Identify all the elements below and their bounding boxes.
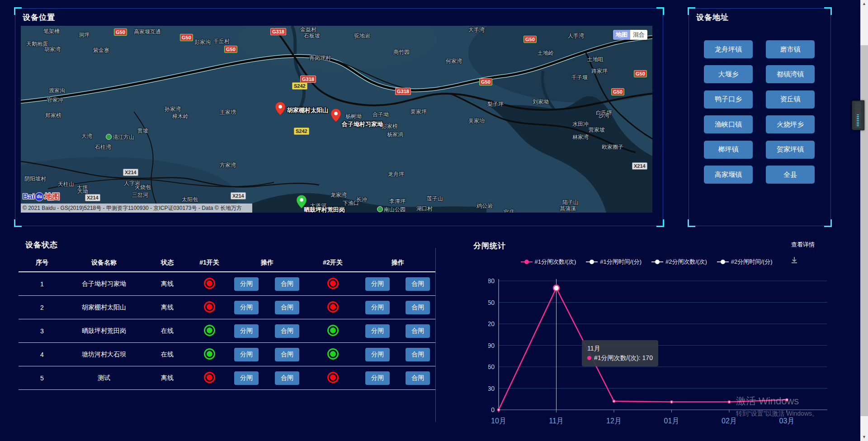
device-status-section: 设备状态 序号设备名称状态#1开关操作#2开关操作 1合子坳村习家坳离线分闸合闸… (15, 235, 435, 434)
emphasis-data-point (553, 285, 559, 291)
cell-close2: 合闸 (397, 348, 438, 361)
map-label: 火烧包 (135, 184, 151, 191)
legend-line (717, 261, 729, 262)
x-axis-label: 10月 (491, 417, 506, 425)
close-switch1-button[interactable]: 合闸 (275, 348, 299, 361)
side-utility-widget[interactable] (852, 100, 864, 130)
open-switch2-button[interactable]: 分闸 (365, 324, 390, 338)
legend-item[interactable]: #1分闸次数/(次) (521, 258, 576, 266)
device-pin-label: 胡家棚村太阳山 (287, 106, 328, 114)
map-label: 方家湾 (220, 161, 236, 169)
address-button[interactable]: 贺家坪镇 (766, 141, 815, 159)
close-switch2-button[interactable]: 合闸 (406, 371, 430, 385)
open-switch1-button[interactable]: 分闸 (234, 371, 259, 385)
address-button[interactable]: 渔峡口镇 (704, 115, 753, 133)
cell-close2: 合闸 (397, 324, 438, 338)
open-switch2-button[interactable]: 分闸 (365, 301, 390, 314)
device-status-table: 序号设备名称状态#1开关操作#2开关操作 1合子坳村习家坳离线分闸合闸分闸合闸2… (19, 254, 435, 390)
watermark-line2: 转到“设置”以激活 Windows。 (736, 410, 818, 418)
cell-open2: 分闸 (358, 348, 397, 361)
map-label: 刘家坳 (533, 98, 549, 106)
map-label: 渡家沟 (49, 87, 65, 95)
scroll-up-arrow[interactable]: ▲ (860, 0, 868, 8)
legend-item[interactable]: #1分闸时间/(分) (586, 258, 642, 266)
hybrid-mode-button[interactable]: 混合 (630, 30, 647, 40)
legend-label: #1分闸时间/(分) (600, 258, 642, 266)
map-type-toggle[interactable]: 地图 混合 (613, 30, 647, 40)
switch1-indicator (204, 348, 215, 360)
park-icon (377, 206, 383, 212)
x-axis-label: 01月 (664, 417, 679, 425)
chart-tooltip: 11月 #1分闸次数/(次): 170 (582, 340, 658, 366)
page-scrollbar[interactable]: ▲ ▼ (860, 0, 868, 441)
corner-decoration (14, 219, 22, 227)
close-switch2-button[interactable]: 合闸 (406, 324, 430, 338)
close-switch2-button[interactable]: 合闸 (406, 301, 430, 314)
section-divider (435, 248, 436, 422)
cell-switch2 (308, 325, 358, 337)
open-switch2-button[interactable]: 分闸 (365, 277, 390, 291)
cell-close1: 合闸 (266, 348, 308, 361)
address-button[interactable]: 磨市镇 (766, 40, 815, 58)
address-button[interactable]: 资丘镇 (766, 90, 815, 109)
open-switch1-button[interactable]: 分闸 (234, 348, 259, 361)
address-button[interactable]: 鸭子口乡 (704, 90, 753, 109)
map-label: 官家冲 (47, 96, 63, 104)
legend-item[interactable]: #2分闸时间/(分) (717, 258, 773, 266)
open-switch1-button[interactable]: 分闸 (234, 324, 259, 338)
table-row: 1合子坳村习家坳离线分闸合闸分闸合闸 (19, 272, 435, 296)
column-header: 序号 (19, 259, 66, 267)
open-switch1-button[interactable]: 分闸 (234, 301, 259, 314)
address-button[interactable]: 都镇湾镇 (766, 65, 815, 83)
cell-index: 1 (19, 280, 66, 288)
table-row: 4塘坊河村大石坝在线分闸合闸分闸合闸 (19, 343, 435, 366)
device-pin[interactable] (331, 109, 341, 122)
device-pin-label: 晒鼓坪村荒田岗 (304, 206, 345, 213)
map-label: 千子堰 (571, 74, 588, 81)
close-switch1-button[interactable]: 合闸 (275, 371, 299, 385)
device-location-panel: 设备位置 笔架槽洞坪高家堰互通天鹅抱蛋胡家湾紫金寨彭家沟千丘村金益村石 (15, 8, 663, 226)
address-button[interactable]: 火烧坪乡 (766, 115, 815, 133)
road-badge: G318 (300, 76, 316, 83)
legend-dot-icon (721, 260, 725, 264)
cell-index: 3 (19, 327, 66, 335)
column-header: 操作 (358, 259, 438, 267)
address-button[interactable]: 高家堰镇 (704, 166, 753, 184)
table-header-row: 序号设备名称状态#1开关操作#2开关操作 (19, 254, 435, 271)
map-label: 林家湾 (572, 133, 589, 141)
switch2-indicator (327, 301, 339, 313)
legend-item[interactable]: #2分闸次数/(次) (651, 258, 707, 266)
open-switch1-button[interactable]: 分闸 (234, 277, 259, 291)
device-pin[interactable] (275, 102, 285, 115)
map-label: 天柱山 (58, 180, 74, 188)
close-switch2-button[interactable]: 合闸 (406, 348, 430, 361)
cell-open2: 分闸 (358, 324, 397, 338)
address-button[interactable]: 大堰乡 (704, 65, 753, 83)
close-switch1-button[interactable]: 合闸 (275, 301, 299, 314)
address-button[interactable]: 全县 (766, 166, 815, 184)
corner-decoration (656, 219, 664, 227)
map-mode-button[interactable]: 地图 (613, 30, 630, 40)
column-header: 设备名称 (66, 259, 142, 267)
address-button[interactable]: 榔坪镇 (704, 141, 753, 159)
map-label: 合子坳 (373, 111, 389, 119)
map-label: 龙家湾 (330, 191, 347, 199)
close-switch1-button[interactable]: 合闸 (275, 324, 299, 338)
map-label: 杨树坳 (345, 113, 362, 120)
baidu-map[interactable]: 笔架槽洞坪高家堰互通天鹅抱蛋胡家湾紫金寨彭家沟千丘村金益村石板坡驼地岩大手湾人手… (21, 26, 652, 213)
cell-switch2 (308, 372, 358, 384)
park-icon (106, 134, 112, 140)
open-switch2-button[interactable]: 分闸 (365, 348, 390, 361)
address-button[interactable]: 龙舟坪镇 (704, 40, 753, 58)
column-header: 状态 (142, 259, 192, 267)
map-label: 官庄 (504, 209, 514, 213)
close-switch2-button[interactable]: 合闸 (406, 277, 430, 291)
map-label: 驼地岩 (354, 32, 370, 40)
cell-open2: 分闸 (358, 371, 397, 385)
view-details-link[interactable]: 查看详情 (791, 241, 815, 249)
scroll-down-arrow[interactable]: ▼ (860, 433, 868, 441)
cell-switch1 (192, 278, 226, 290)
y-axis-tick-label: 90 (488, 342, 495, 349)
open-switch2-button[interactable]: 分闸 (365, 371, 390, 385)
close-switch1-button[interactable]: 合闸 (275, 277, 299, 291)
